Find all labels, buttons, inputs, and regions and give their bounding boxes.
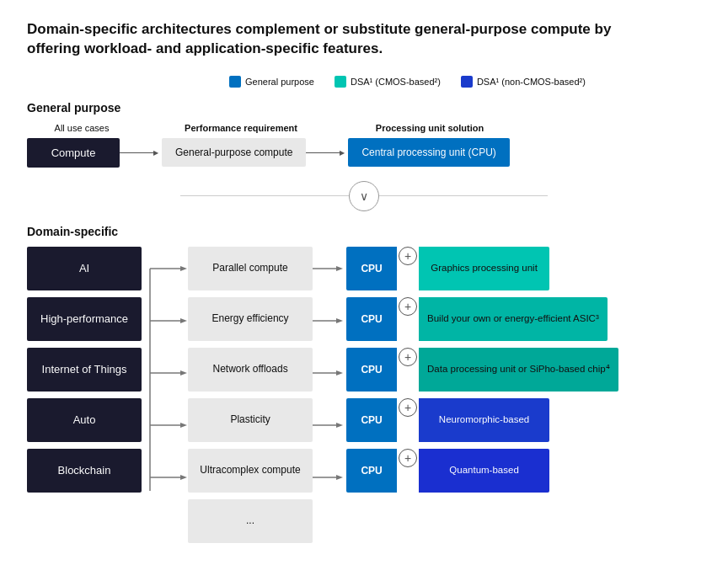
plus-circle-4: + [399,449,417,467]
legend-label-dsa-non: DSA¹ (non-CMOS-based²) [477,77,586,87]
perf-parallel-compute: Parallel compute [188,247,313,290]
legend-color-dsa-cmos [335,76,346,88]
legend-color-gp [229,76,241,88]
legend-item-dsa-cmos: DSA¹ (CMOS-based²) [335,76,441,88]
perf-energy-efficiency: Energy efficiency [188,297,313,341]
gp-col-all-use-cases: All use cases [27,123,136,133]
solution-box-0: Graphics processing unit [419,247,549,290]
legend-label-gp: General purpose [245,77,314,87]
ds-layout: AI High-performance Internet of Things A… [27,247,701,563]
svg-marker-18 [336,423,343,428]
cpu-badge-4: CPU [346,449,397,493]
gp-solution-box: Central processing unit (CPU) [348,138,509,167]
perf-network-offloads: Network offloads [188,348,313,392]
gp-section-label: General purpose [27,101,701,115]
divider-circle: ∨ [349,181,379,211]
solution-group: CPU + Graphics processing unit CPU + Bui… [346,247,618,493]
gp-col-perf-req: Performance requirement [179,123,303,133]
perf-ultracomplex: Ultracomplex compute [188,449,313,493]
svg-marker-6 [180,266,187,271]
cpu-badge-2: CPU [346,348,397,392]
solution-row-3: CPU + Neuromorphic-based [346,398,618,442]
legend-color-dsa-non [461,76,473,88]
perf-boxes: Parallel compute Energy efficiency Netwo… [188,247,313,543]
cpu-badge-3: CPU [346,398,397,442]
plus-circle-1: + [399,297,417,316]
legend: General purpose DSA¹ (CMOS-based²) DSA¹ … [229,76,701,88]
compute-box: Compute [27,138,120,168]
gp-flow-row: Compute General-purpose compute Central … [27,138,701,168]
plus-circle-0: + [399,247,417,265]
arrow-compute-to-perf [120,149,162,157]
section-divider: ∨ [27,181,701,211]
svg-marker-10 [180,475,187,480]
solution-row-0: CPU + Graphics processing unit [346,247,618,290]
bracket-connector [142,247,188,513]
solution-box-3: Neuromorphic-based [419,398,549,442]
gp-perf-box: General-purpose compute [162,138,306,167]
domain-blockchain: Blockchain [27,449,142,493]
svg-marker-16 [336,370,343,376]
domain-ai: AI [27,247,142,290]
solution-box-4: Quantum-based [419,449,549,493]
solution-box-2: Data processing unit or SiPho-based chip… [419,348,618,392]
svg-marker-20 [336,475,343,480]
solution-row-4: CPU + Quantum-based [346,449,618,493]
page-title: Domain-specific architectures complement… [27,20,634,59]
svg-marker-8 [180,370,187,376]
perf-plasticity: Plasticity [188,398,313,442]
svg-marker-9 [180,423,187,428]
domain-auto: Auto [27,398,142,442]
cpu-badge-0: CPU [346,247,397,290]
solution-row-2: CPU + Data processing unit or SiPho-base… [346,348,618,392]
svg-marker-14 [336,318,343,323]
general-purpose-section: General purpose All use cases Performanc… [27,101,701,168]
legend-item-dsa-non: DSA¹ (non-CMOS-based²) [461,76,586,88]
perf-ellipsis: ... [188,499,313,543]
gp-col-proc-unit: Processing unit solution [345,123,514,133]
domain-iot: Internet of Things [27,348,142,392]
domain-high-performance: High-performance [27,297,142,341]
solution-box-1: Build your own or energy-efficient ASIC³ [419,297,608,341]
plus-circle-3: + [399,398,417,417]
legend-label-dsa-cmos: DSA¹ (CMOS-based²) [351,77,441,87]
domain-specific-section: Domain-specific AI High-performance Inte… [27,225,701,563]
svg-marker-7 [180,318,187,323]
svg-marker-12 [336,266,343,271]
domain-boxes: AI High-performance Internet of Things A… [27,247,142,493]
arrows-perf-to-cpu [313,247,346,563]
cpu-badge-1: CPU [346,297,397,341]
plus-circle-2: + [399,348,417,366]
ds-section-label: Domain-specific [27,225,701,238]
solution-row-1: CPU + Build your own or energy-efficient… [346,297,618,341]
legend-item-gp: General purpose [229,76,314,88]
arrow-perf-to-solution [306,149,348,157]
